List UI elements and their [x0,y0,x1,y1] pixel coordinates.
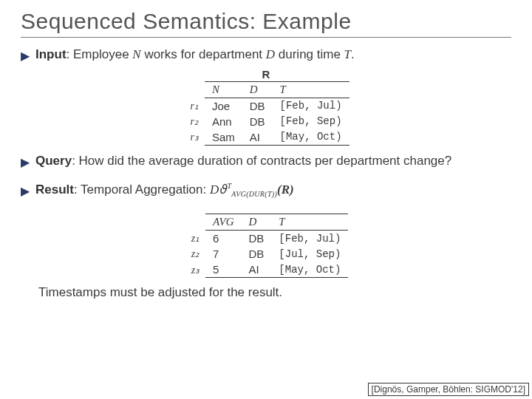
bullet-result-text: Result: Temporal Aggregation: DϑTAVG(DUR… [35,180,294,200]
page-title: Sequenced Semantics: Example [21,9,511,34]
triangle-icon: ▶ [21,48,30,64]
triangle-icon: ▶ [21,154,30,171]
col-d: D [242,214,272,231]
relation-r: R N D T r₁ Joe DB [Feb, Jul) r₂ [21,68,511,146]
citation: [Dignös, Gamper, Böhlen: SIGMOD'12] [368,383,529,396]
relation-z-table: AVG D T z₁ 6 DB [Feb, Jul) z₂ 7 DB [Jul,… [184,214,349,278]
table-row: z₂ 7 DB [Jul, Sep) [184,246,349,262]
result-label: Result [35,183,74,197]
slide: Sequenced Semantics: Example ▶ Input: Em… [0,0,532,399]
col-d: D [242,81,273,98]
footer-note: Timestamps must be adjusted for the resu… [38,285,511,300]
input-label: Input [35,47,66,61]
bullet-query: ▶ Query: How did the average duration of… [21,153,511,170]
query-label: Query [35,154,72,168]
bullet-query-text: Query: How did the average duration of c… [35,153,451,170]
table-row: z₃ 5 AI [May, Oct) [184,262,349,278]
col-avg: AVG [205,214,241,231]
bullet-input-text: Input: Employee N works for department D… [35,47,355,64]
col-t: T [273,81,349,98]
table-row: z₁ 6 DB [Feb, Jul) [184,231,349,247]
relation-r-name: R [21,68,511,81]
table-row: r₃ Sam AI [May, Oct) [183,129,349,146]
relation-z: AVG D T z₁ 6 DB [Feb, Jul) z₂ 7 DB [Jul,… [21,214,511,278]
bullet-result: ▶ Result: Temporal Aggregation: DϑTAVG(D… [21,180,511,200]
title-rule [21,37,511,38]
aggregation-formula: DϑTAVG(DUR(T))(R) [210,180,294,200]
relation-r-table: N D T r₁ Joe DB [Feb, Jul) r₂ Ann DB [Fe… [183,81,349,146]
table-row: r₂ Ann DB [Feb, Sep) [183,114,349,129]
triangle-icon: ▶ [21,183,30,200]
table-row: r₁ Joe DB [Feb, Jul) [183,98,349,114]
col-n: N [205,81,242,98]
col-t: T [271,214,348,231]
bullet-input: ▶ Input: Employee N works for department… [21,47,511,64]
